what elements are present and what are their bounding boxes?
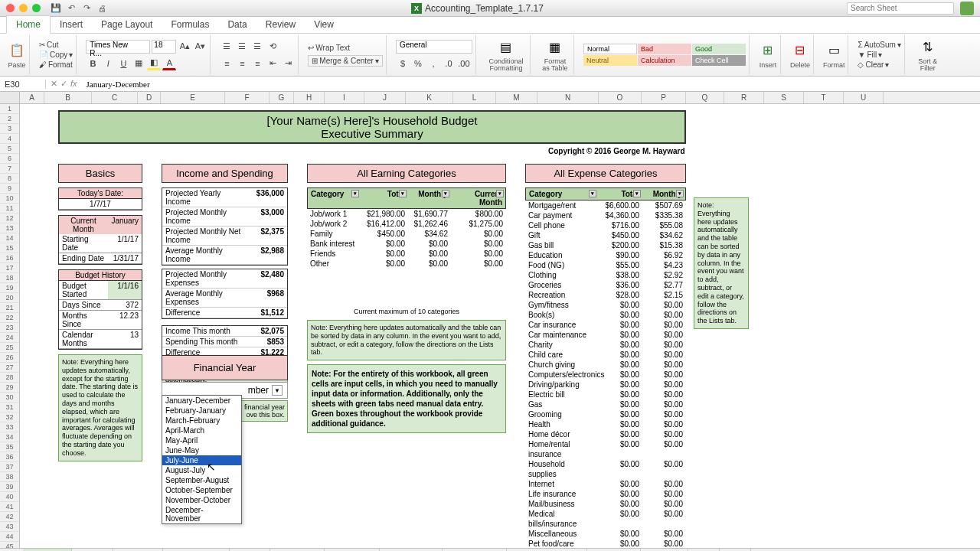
earning-table-header[interactable]: Category▾ Total▾ Monthly▾ Current Month▾ <box>307 187 506 209</box>
col-header[interactable]: Q <box>686 92 724 103</box>
percent-icon[interactable]: % <box>411 57 425 70</box>
row-header[interactable]: 29 <box>0 383 19 393</box>
row-header[interactable]: 39 <box>0 482 19 492</box>
inc-dec-icon[interactable]: .0 <box>442 57 456 70</box>
table-row[interactable]: Gift$450.00$34.62 <box>525 230 686 240</box>
dropdown-option[interactable]: March-February <box>162 416 241 425</box>
table-row[interactable]: Clothing$38.00$2.92 <box>525 270 686 280</box>
dropdown-option[interactable]: January-December <box>162 396 241 406</box>
row-header[interactable]: 34 <box>0 432 19 442</box>
col-header[interactable]: I <box>325 92 364 103</box>
dropdown-option[interactable]: April-March <box>162 425 241 435</box>
row-header[interactable]: 41 <box>0 502 19 512</box>
table-row[interactable]: Church giving$0.00$0.00 <box>525 360 686 370</box>
table-row[interactable]: Home/rental insurance$0.00$0.00 <box>525 439 686 459</box>
col-header[interactable]: D <box>138 92 161 103</box>
align-top-icon[interactable]: ☰ <box>220 40 234 54</box>
row-header[interactable]: 19 <box>0 283 19 293</box>
row-header[interactable]: 21 <box>0 303 19 313</box>
table-row[interactable]: Gym/fitness$0.00$0.00 <box>525 300 686 310</box>
row-header[interactable]: 14 <box>0 233 19 243</box>
dec-dec-icon[interactable]: .00 <box>457 57 471 70</box>
row-header[interactable]: 26 <box>0 353 19 363</box>
decrease-font-icon[interactable]: A▾ <box>193 40 207 54</box>
undo-icon[interactable]: ↶ <box>65 2 77 15</box>
row-header[interactable]: 36 <box>0 452 19 462</box>
style-good[interactable]: Good <box>692 44 746 54</box>
row-header[interactable]: 10 <box>0 194 19 204</box>
table-row[interactable]: Car payment$4,360.00$335.38 <box>525 210 686 220</box>
row-header[interactable]: 25 <box>0 343 19 353</box>
copy-button[interactable]: 📄 Copy ▾ <box>39 51 73 59</box>
row-header[interactable]: 31 <box>0 403 19 412</box>
row-header[interactable]: 8 <box>0 174 19 184</box>
worksheet[interactable]: [Your Name(s) Here]'s Household Budget E… <box>20 104 980 548</box>
row-header[interactable]: 24 <box>0 333 19 343</box>
table-row[interactable]: Education$90.00$6.92 <box>525 250 686 260</box>
row-header[interactable]: 2 <box>0 114 19 124</box>
border-button[interactable]: ▦ <box>132 57 145 70</box>
table-row[interactable]: Life insurance$0.00$0.00 <box>525 489 686 499</box>
row-header[interactable]: 22 <box>0 313 19 323</box>
row-header[interactable]: 16 <box>0 253 19 263</box>
insert-cells-icon[interactable]: ⊞ <box>759 41 777 60</box>
col-header[interactable]: T <box>804 92 844 103</box>
col-header[interactable]: S <box>764 92 804 103</box>
dropdown-option[interactable]: September-August <box>162 475 241 485</box>
table-row[interactable]: Household supplies$0.00$0.00 <box>525 459 686 479</box>
row-header[interactable]: 4 <box>0 134 19 144</box>
cond-fmt-icon[interactable]: ▤ <box>497 38 515 57</box>
clear-button[interactable]: ◇ Clear ▾ <box>858 60 889 69</box>
fill-button[interactable]: ▼ Fill ▾ <box>858 51 882 59</box>
table-row[interactable]: Groceries$36.00$2.77 <box>525 280 686 290</box>
align-bot-icon[interactable]: ☰ <box>250 40 264 54</box>
style-normal[interactable]: Normal <box>583 44 637 54</box>
col-header[interactable]: E <box>161 92 225 103</box>
row-header[interactable]: 33 <box>0 422 19 432</box>
align-mid-icon[interactable]: ☰ <box>235 40 249 54</box>
cut-button[interactable]: ✂ Cut <box>39 41 59 49</box>
fill-color-button[interactable]: ◧ <box>147 57 161 70</box>
style-bad[interactable]: Bad <box>638 44 691 54</box>
fmt-table-icon[interactable]: ▦ <box>546 38 564 57</box>
row-header[interactable]: 9 <box>0 184 19 194</box>
dropdown-option[interactable]: July-June <box>162 455 241 465</box>
row-headers[interactable]: 1234567891011121314151617181920212223242… <box>0 104 20 548</box>
formula-buttons[interactable]: ✕✓fx <box>46 79 82 89</box>
dropdown-option[interactable]: November-October <box>162 495 241 505</box>
row-header[interactable]: 40 <box>0 492 19 502</box>
format-cell-icon[interactable]: ▭ <box>825 41 843 60</box>
table-row[interactable]: Car insurance$0.00$0.00 <box>525 320 686 330</box>
table-row[interactable]: Gas bill$200.00$15.38 <box>525 240 686 250</box>
col-header[interactable]: C <box>92 92 138 103</box>
row-header[interactable]: 5 <box>0 144 19 154</box>
tab-formulas[interactable]: Formulas <box>162 16 218 33</box>
increase-font-icon[interactable]: A▴ <box>178 40 191 54</box>
sort-filter-icon[interactable]: ⇅ <box>919 38 937 57</box>
table-row[interactable]: Car maintenance$0.00$0.00 <box>525 330 686 340</box>
font-select[interactable]: Times New R... <box>86 40 150 54</box>
dropdown-option[interactable]: October-September <box>162 485 241 495</box>
row-header[interactable]: 18 <box>0 273 19 283</box>
chevron-down-icon[interactable]: ▼ <box>272 385 283 396</box>
row-header[interactable]: 30 <box>0 393 19 403</box>
format-painter-button[interactable]: 🖌 Format <box>39 60 73 69</box>
row-header[interactable]: 27 <box>0 363 19 373</box>
table-row[interactable]: Other$0.00$0.00$0.00 <box>307 259 506 269</box>
merge-button[interactable]: ⊞ Merge & Center ▾ <box>308 55 383 67</box>
tab-review[interactable]: Review <box>256 16 305 33</box>
row-header[interactable]: 43 <box>0 522 19 532</box>
table-row[interactable]: Home décor$0.00$0.00 <box>525 429 686 439</box>
currency-icon[interactable]: $ <box>396 57 410 70</box>
table-row[interactable]: Gas$0.00$0.00 <box>525 399 686 409</box>
save-icon[interactable]: 💾 <box>50 2 62 15</box>
table-row[interactable]: Medical bills/insurance$0.00$0.00 <box>525 509 686 529</box>
table-row[interactable]: Driving/parking$0.00$0.00 <box>525 380 686 390</box>
col-header[interactable]: U <box>844 92 884 103</box>
row-header[interactable]: 45 <box>0 542 19 548</box>
orientation-icon[interactable]: ⟲ <box>266 40 279 54</box>
number-format-select[interactable]: General <box>396 40 472 54</box>
row-header[interactable]: 11 <box>0 204 19 214</box>
row-header[interactable]: 6 <box>0 154 19 164</box>
tab-home[interactable]: Home <box>6 15 51 34</box>
